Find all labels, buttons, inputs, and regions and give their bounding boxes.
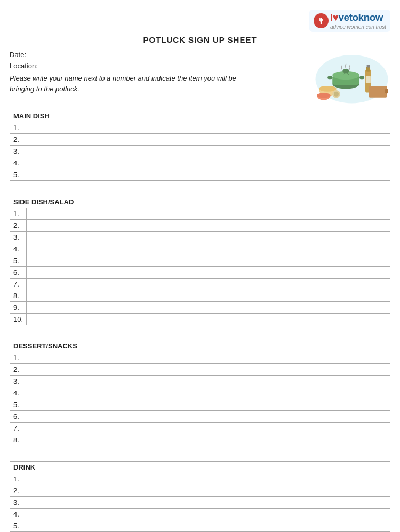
dessert-header-row: DESSERT/SNACKS [10,340,390,352]
dessert-header: DESSERT/SNACKS [10,340,390,352]
table-row: 8. [10,290,390,301]
table-row: 4. [10,243,390,255]
svg-rect-15 [369,86,387,98]
svg-rect-13 [367,65,370,67]
title-section: POTLUCK SIGN UP SHEET [10,35,390,44]
drink-header: DRINK [10,461,390,473]
date-label: Date: [10,51,26,59]
table-row: 5. [10,399,390,411]
svg-point-20 [334,92,339,97]
table-row: 5. [10,169,390,181]
table-row: 8. [10,434,390,446]
table-row: 1. [10,473,390,485]
table-row: 2. [10,485,390,496]
table-row: 10. [10,313,390,325]
svg-rect-6 [327,76,332,79]
main-dish-header: MAIN DISH [10,110,390,122]
date-field-line: Date: [10,50,308,59]
svg-rect-14 [366,76,371,83]
logo-icon: l [314,13,329,28]
svg-point-18 [317,93,330,98]
drink-table: DRINK 1. 2. 3. 4. 5. [10,461,390,532]
top-section: Date: Location: Please write your name n… [10,50,390,106]
page: l l♥vetoknow advice women can trust POTL… [0,0,400,532]
table-row: 2. [10,134,390,146]
table-row: 1. [10,208,390,219]
table-row: 6. [10,411,390,423]
table-row: 7. [10,423,390,434]
cooking-illustration [313,50,390,106]
header: l l♥vetoknow advice women can trust [10,10,390,32]
logo-wrapper: l l♥vetoknow advice women can trust [309,10,390,32]
location-label: Location: [10,62,38,70]
table-row: 3. [10,376,390,387]
date-underline[interactable] [28,50,146,57]
table-row: 5. [10,255,390,266]
table-row: 7. [10,278,390,290]
svg-rect-7 [359,76,364,79]
logo-name: l♥vetoknow [330,12,386,23]
gap-row [10,446,390,458]
table-row: 4. [10,508,390,520]
logo-text-group: l♥vetoknow advice women can trust [330,12,386,30]
table-row: 3. [10,146,390,157]
logo-tagline: advice women can trust [330,24,386,30]
svg-point-8 [342,69,349,73]
table-row: 6. [10,266,390,278]
table-row: 3. [10,231,390,243]
location-field-line: Location: [10,61,308,70]
table-row: 1. [10,352,390,364]
table-row: 4. [10,157,390,169]
dessert-table: DESSERT/SNACKS 1. 2. 3. 4. 5. 6. 7. 8. [10,340,390,458]
svg-rect-16 [385,89,388,93]
side-dish-header-row: SIDE DISH/SALAD [10,196,390,208]
table-row: 3. [10,496,390,508]
main-dish-header-row: MAIN DISH [10,110,390,122]
side-dish-header: SIDE DISH/SALAD [10,196,390,208]
table-row: 2. [10,364,390,376]
fields-area: Date: Location: Please write your name n… [10,50,308,99]
table-row: 2. [10,219,390,231]
page-title: POTLUCK SIGN UP SHEET [10,35,390,44]
table-row: 4. [10,387,390,399]
logo-area: l l♥vetoknow advice women can trust [309,10,390,32]
main-dish-table: MAIN DISH 1. 2. 3. 4. 5. [10,110,390,193]
side-dish-table: SIDE DISH/SALAD 1. 2. 3. 4. 5. 6. 7. 8. … [10,196,390,337]
table-row: 9. [10,301,390,313]
instruction-text: Please write your name next to a number … [10,73,255,94]
drink-header-row: DRINK [10,461,390,473]
location-underline[interactable] [40,61,221,68]
table-row: 5. [10,520,390,531]
gap-row [10,325,390,337]
table-row: 1. [10,122,390,134]
svg-point-10 [319,86,337,92]
gap-row [10,181,390,193]
